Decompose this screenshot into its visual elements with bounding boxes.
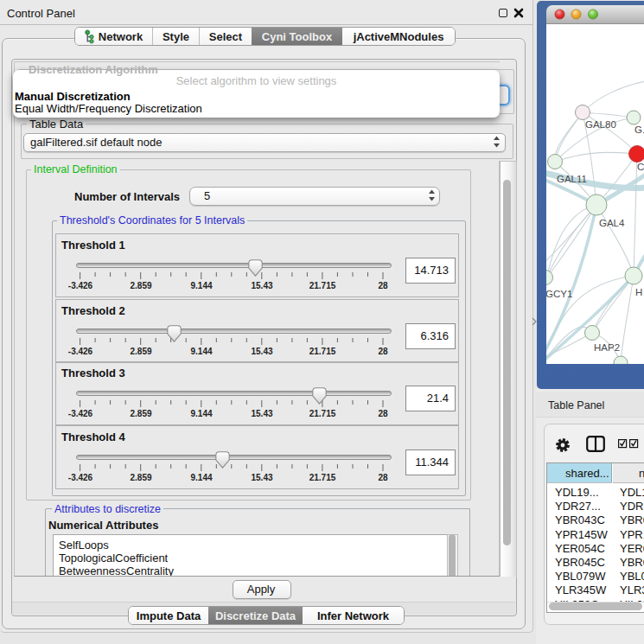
svg-text:GAL80: GAL80 bbox=[585, 119, 616, 130]
svg-text:GAL11: GAL11 bbox=[557, 174, 587, 184]
svg-text:C: C bbox=[637, 162, 644, 172]
svg-text:GCY1: GCY1 bbox=[546, 289, 572, 299]
svg-text:HAP2: HAP2 bbox=[594, 342, 620, 353]
svg-text:GAL4: GAL4 bbox=[599, 218, 625, 228]
svg-text:H: H bbox=[635, 287, 642, 297]
svg-text:G.: G. bbox=[634, 124, 644, 135]
